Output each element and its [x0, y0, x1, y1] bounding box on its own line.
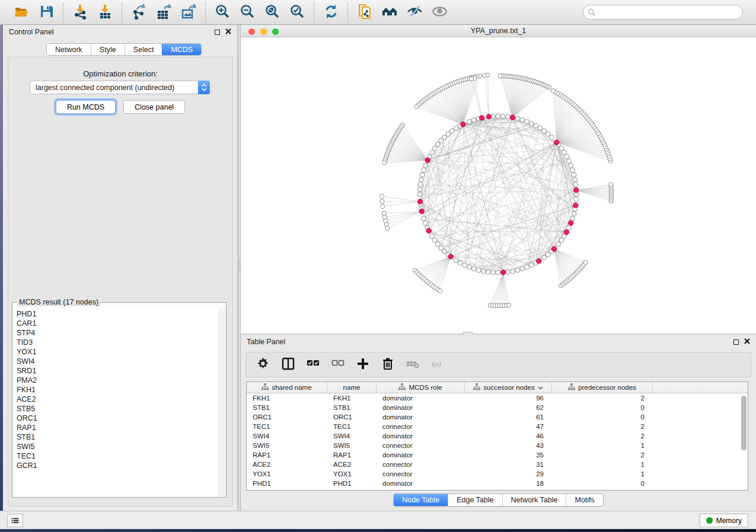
import-table-button[interactable]	[94, 2, 116, 23]
cell-MCDS-role: connector	[377, 422, 465, 431]
save-session-button[interactable]	[36, 2, 57, 23]
cell-predecessor-nodes: 1	[552, 469, 653, 479]
float-panel-icon[interactable]	[215, 30, 220, 35]
node-table[interactable]: shared namenameMCDS rolesuccessor nodesp…	[246, 382, 748, 491]
tab-edge-table[interactable]: Edge Table	[448, 494, 502, 506]
mcds-node-item[interactable]: STB1	[13, 432, 225, 442]
cell-shared-name: ACE2	[247, 460, 327, 469]
cell-shared-name: SWI5	[247, 441, 327, 450]
zoom-selected-button[interactable]	[286, 2, 308, 23]
settings-gear-button[interactable]	[254, 355, 272, 374]
export-network-button[interactable]	[128, 2, 149, 23]
table-row[interactable]: STB1STB1dominator620	[247, 403, 748, 412]
mcds-node-item[interactable]: PHD1	[13, 309, 225, 319]
tab-node-table[interactable]: Node Table	[394, 494, 448, 506]
search-box[interactable]	[583, 5, 743, 20]
table-row[interactable]: PHD1PHD1dominator180	[247, 479, 748, 488]
import-network-button[interactable]	[69, 2, 91, 23]
function-builder-icon: f(x)	[431, 357, 444, 372]
table-row[interactable]: YOX1YOX1connector291	[247, 469, 748, 479]
tab-select[interactable]: Select	[125, 44, 162, 55]
mcds-node-item[interactable]: TEC1	[13, 451, 225, 461]
mcds-node-item[interactable]: SWI4	[13, 357, 225, 366]
clone-network-button[interactable]	[354, 2, 375, 23]
cell-name: FKH1	[327, 393, 377, 403]
task-history-button[interactable]	[7, 514, 23, 527]
deselect-all-icon	[331, 357, 344, 372]
network-view[interactable]	[241, 37, 756, 335]
tab-motifs[interactable]: Motifs	[566, 494, 602, 506]
mcds-node-item[interactable]: PMA2	[13, 376, 225, 385]
close-table-panel-icon[interactable]	[744, 338, 750, 346]
cell-MCDS-role: dominator	[377, 393, 465, 403]
cell-successor-nodes: 47	[465, 422, 552, 431]
tab-network[interactable]: Network	[47, 44, 91, 55]
column-header-predecessor-nodes[interactable]: predecessor nodes	[552, 382, 653, 393]
mcds-node-item[interactable]: SWI5	[13, 442, 225, 451]
mcds-node-item[interactable]: ACE2	[13, 395, 225, 404]
table-row[interactable]: RAP1RAP1dominator352	[247, 450, 748, 460]
network-graph[interactable]	[241, 37, 756, 335]
zoom-out-button[interactable]	[237, 2, 258, 23]
table-toolbar: f(x)	[245, 352, 751, 377]
cell-name: TEC1	[327, 422, 377, 431]
close-panel-icon[interactable]	[225, 28, 231, 36]
open-session-button[interactable]	[11, 2, 32, 23]
export-image-icon	[181, 4, 197, 21]
deselect-all-button[interactable]	[329, 355, 347, 374]
tab-style[interactable]: Style	[91, 44, 125, 55]
add-row-button[interactable]	[354, 355, 372, 374]
mcds-node-item[interactable]: GCR1	[13, 461, 225, 470]
mcds-node-item[interactable]: STP4	[13, 328, 225, 338]
table-scrollbar-thumb[interactable]	[741, 396, 747, 450]
show-column-button[interactable]	[279, 355, 297, 374]
close-panel-button[interactable]: Close panel	[123, 100, 185, 114]
hide-selected-button[interactable]	[404, 2, 425, 23]
mcds-node-item[interactable]: TID3	[13, 338, 225, 347]
cell-predecessor-nodes: 2	[552, 450, 653, 460]
control-panel-titlebar: Control Panel	[3, 25, 237, 39]
mcds-node-item[interactable]: STB5	[13, 404, 225, 414]
column-header-MCDS-role[interactable]: MCDS role	[377, 382, 465, 393]
optimization-criterion-select[interactable]: largest connected component (undirected)	[30, 81, 210, 94]
run-mcds-button[interactable]: Run MCDS	[56, 100, 116, 114]
table-row[interactable]: SWI5SWI5connector431	[247, 441, 748, 450]
show-all-button[interactable]	[429, 2, 450, 23]
table-row[interactable]: SWI4SWI4dominator462	[247, 431, 748, 441]
tab-network-table[interactable]: Network Table	[502, 494, 566, 506]
cell-shared-name: PHD1	[247, 479, 327, 488]
delete-row-button[interactable]	[379, 355, 397, 374]
search-input[interactable]	[598, 7, 742, 18]
select-all-button[interactable]	[304, 355, 322, 374]
table-row[interactable]: FKH1FKH1dominator962	[247, 393, 748, 403]
mcds-node-item[interactable]: FKH1	[13, 385, 225, 395]
refresh-button[interactable]	[320, 2, 342, 23]
mcds-list-scrollbar[interactable]	[219, 308, 225, 496]
cell-name: PHD1	[327, 479, 377, 488]
mcds-result-list[interactable]: PHD1CAR1STP4TID3YOX1SWI4SRD1PMA2FKH1ACE2…	[13, 308, 225, 496]
export-image-button[interactable]	[178, 2, 199, 23]
table-row[interactable]: ORC1ORC1dominator610	[247, 412, 748, 422]
network-window-titlebar[interactable]: YPA_prune.txt_1	[241, 25, 756, 37]
mcds-node-item[interactable]: ORC1	[13, 414, 225, 423]
splitter-handle[interactable]	[238, 262, 240, 271]
mcds-node-item[interactable]: RAP1	[13, 423, 225, 432]
table-row[interactable]: ACE2ACE2connector311	[247, 460, 748, 469]
mcds-node-item[interactable]: YOX1	[13, 347, 225, 357]
column-header-name[interactable]: name	[327, 382, 377, 393]
export-table-button[interactable]	[153, 2, 174, 23]
mcds-node-item[interactable]: SRD1	[13, 366, 225, 376]
table-scrollbar[interactable]	[741, 396, 747, 488]
table-row[interactable]: TEC1TEC1connector472	[247, 422, 748, 431]
first-neighbors-button[interactable]	[379, 2, 400, 23]
column-header-successor-nodes[interactable]: successor nodes	[465, 382, 552, 393]
column-header-shared-name[interactable]: shared name	[247, 382, 327, 393]
memory-button[interactable]: Memory	[700, 514, 748, 527]
float-table-panel-icon[interactable]	[733, 339, 739, 345]
sort-descending-icon	[538, 384, 543, 391]
zoom-in-button[interactable]	[212, 2, 233, 23]
cell-successor-nodes: 18	[465, 479, 552, 488]
zoom-fit-button[interactable]	[261, 2, 283, 23]
tab-mcds[interactable]: MCDS	[162, 44, 201, 55]
mcds-node-item[interactable]: CAR1	[13, 319, 225, 328]
